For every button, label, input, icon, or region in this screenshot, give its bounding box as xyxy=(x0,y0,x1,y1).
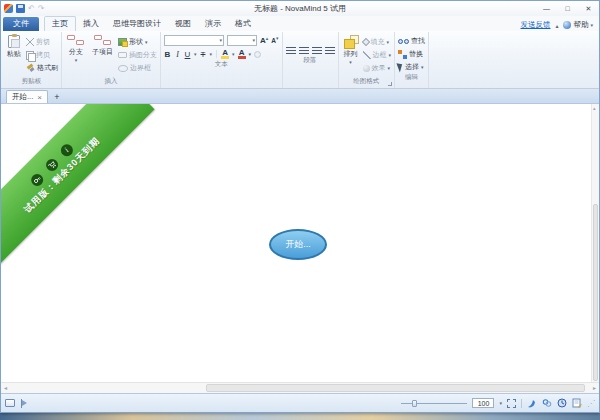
align-center-button[interactable] xyxy=(299,47,309,55)
zoom-slider[interactable] xyxy=(401,399,467,408)
italic-button[interactable]: I xyxy=(174,50,181,59)
font-size-dropdown-icon: ▾ xyxy=(252,38,255,43)
boundary-button[interactable]: 边界框 xyxy=(118,63,157,73)
redo-icon[interactable]: ↷ xyxy=(38,4,45,13)
group-drawing-format: 排列 ▾ 填充 ▾ 边框 ▾ xyxy=(339,32,396,88)
document-tab-label: 开始... xyxy=(12,92,33,102)
tab-present[interactable]: 演示 xyxy=(198,17,228,31)
group-editing: 查找 替换 选择 ▾ 编辑 xyxy=(395,32,429,88)
tab-view[interactable]: 视图 xyxy=(168,17,198,31)
select-button[interactable]: 选择 ▾ xyxy=(398,62,425,72)
align-justify-button[interactable] xyxy=(325,47,335,55)
align-left-button[interactable] xyxy=(286,47,296,55)
highlight-color-button[interactable]: A xyxy=(221,49,229,59)
effects-button[interactable]: 效果 ▾ xyxy=(363,63,392,73)
clipboard-minibuttons: 剪切 拷贝 格式刷 xyxy=(26,33,58,73)
dialog-launcher-icon[interactable] xyxy=(388,82,392,86)
font-color-button[interactable]: A xyxy=(238,49,246,59)
fit-map-icon[interactable] xyxy=(507,399,516,408)
font-color-letter: A xyxy=(239,49,245,56)
font-size-combo[interactable]: ▾ xyxy=(227,35,257,46)
bold-button[interactable]: B xyxy=(164,50,171,59)
arrange-dropdown-icon: ▾ xyxy=(349,60,352,65)
horizontal-scrollbar[interactable]: ◂ ▸ xyxy=(1,382,599,393)
replace-button[interactable]: 替换 xyxy=(398,49,425,59)
horizontal-scrollbar-thumb[interactable] xyxy=(206,384,585,392)
pen-mode-icon[interactable] xyxy=(527,394,537,412)
document-tab-start[interactable]: 开始... × xyxy=(6,90,48,103)
info-glyph: i xyxy=(63,146,70,153)
scroll-right-icon[interactable]: ▸ xyxy=(593,385,596,392)
window-title: 无标题 - NovaMind 5 试用 xyxy=(1,3,599,14)
format-painter-button[interactable]: 格式刷 xyxy=(26,63,58,73)
font-color-dropdown-icon[interactable]: ▾ xyxy=(249,52,252,57)
flag-marker-icon[interactable] xyxy=(20,399,29,408)
arrange-label: 排列 xyxy=(344,49,358,59)
undo-icon[interactable]: ↶ xyxy=(28,4,35,13)
help-menu[interactable]: 帮助 ▾ xyxy=(563,20,593,30)
zoom-value-box[interactable]: 100 xyxy=(472,398,494,408)
select-cursor-icon xyxy=(396,61,404,72)
collapse-ribbon-icon[interactable]: ▴ xyxy=(555,22,558,29)
copy-button[interactable]: 拷贝 xyxy=(26,50,58,60)
branch-dropdown-icon[interactable]: ▾ xyxy=(75,58,78,63)
zoom-dropdown-icon[interactable]: ▾ xyxy=(499,401,502,406)
replace-label: 替换 xyxy=(409,49,423,59)
ribbon-tab-row: 文件 主页 插入 思维导图设计 视图 演示 格式 发送反馈 ▴ 帮助 ▾ xyxy=(1,16,599,31)
send-feedback-link[interactable]: 发送反馈 xyxy=(520,20,550,30)
text-glow-button[interactable] xyxy=(254,51,261,58)
tab-file[interactable]: 文件 xyxy=(3,17,39,31)
paste-button[interactable]: 粘贴 xyxy=(5,33,23,59)
grow-font-button[interactable]: A▴ xyxy=(260,36,268,45)
find-button[interactable]: 查找 xyxy=(398,36,425,46)
close-tab-icon[interactable]: × xyxy=(37,93,42,102)
scroll-up-icon[interactable]: ▴ xyxy=(593,105,596,111)
outline-button[interactable]: 边框 ▾ xyxy=(363,50,392,60)
link-icon[interactable] xyxy=(542,394,552,412)
clock-icon[interactable] xyxy=(557,394,567,412)
insert-subtopic-button[interactable]: 子项目 xyxy=(90,33,115,57)
notes-icon[interactable] xyxy=(572,394,582,412)
app-icon[interactable] xyxy=(4,4,13,13)
select-dropdown-icon: ▾ xyxy=(421,65,424,70)
resize-grip[interactable]: ⋰ xyxy=(587,399,595,408)
group-drawing-content: 排列 ▾ 填充 ▾ 边框 ▾ xyxy=(342,33,392,76)
maximize-button[interactable]: □ xyxy=(557,1,578,16)
close-button[interactable]: ✕ xyxy=(578,1,599,16)
format-painter-label: 格式刷 xyxy=(37,63,58,73)
fill-button[interactable]: 填充 ▾ xyxy=(363,37,392,47)
group-label-paragraph: 段落 xyxy=(286,55,335,67)
tab-home[interactable]: 主页 xyxy=(44,16,76,31)
scroll-left-icon[interactable]: ◂ xyxy=(4,385,7,392)
cut-button[interactable]: 剪切 xyxy=(26,37,58,47)
arrange-button[interactable]: 排列 ▾ xyxy=(342,33,360,65)
root-topic-node[interactable]: 开始... xyxy=(269,229,327,260)
vertical-scrollbar-thumb[interactable] xyxy=(593,204,598,381)
align-right-button[interactable] xyxy=(312,47,322,55)
insert-branch-button[interactable]: 分支 ▾ xyxy=(65,33,87,63)
tab-mindmap-design[interactable]: 思维导图设计 xyxy=(106,17,168,31)
group-insert: 分支 ▾ 子项目 形状 ▾ xyxy=(62,32,161,88)
divider xyxy=(216,50,217,58)
save-icon[interactable] xyxy=(16,4,25,13)
quick-access-toolbar: ↶ ↷ xyxy=(1,4,44,13)
zoom-slider-handle[interactable] xyxy=(412,400,417,407)
strikethrough-button[interactable]: T xyxy=(200,50,207,59)
tab-insert[interactable]: 插入 xyxy=(76,17,106,31)
minimize-button[interactable]: — xyxy=(536,1,557,16)
tab-format[interactable]: 格式 xyxy=(228,17,258,31)
new-tab-button[interactable]: + xyxy=(50,90,64,103)
map-canvas[interactable]: i 试用版：剩余30天到期 开始... ▴ xyxy=(1,104,599,382)
keyboard-panel-icon[interactable] xyxy=(5,399,15,407)
strikethrough-dropdown-icon[interactable]: ▾ xyxy=(210,52,213,57)
vertical-scrollbar[interactable]: ▴ xyxy=(591,104,599,382)
shape-button[interactable]: 形状 ▾ xyxy=(118,37,157,47)
shrink-font-button[interactable]: A▾ xyxy=(271,36,278,45)
underline-button[interactable]: U xyxy=(184,50,191,59)
highlight-dropdown-icon[interactable]: ▾ xyxy=(232,52,235,57)
underline-dropdown-icon[interactable]: ▾ xyxy=(194,52,197,57)
zoom-slider-track[interactable] xyxy=(401,403,467,404)
font-family-combo[interactable]: ▾ xyxy=(164,35,224,46)
shape-label: 形状 xyxy=(129,37,143,47)
callout-branch-button[interactable]: 插图分支 xyxy=(118,50,157,60)
